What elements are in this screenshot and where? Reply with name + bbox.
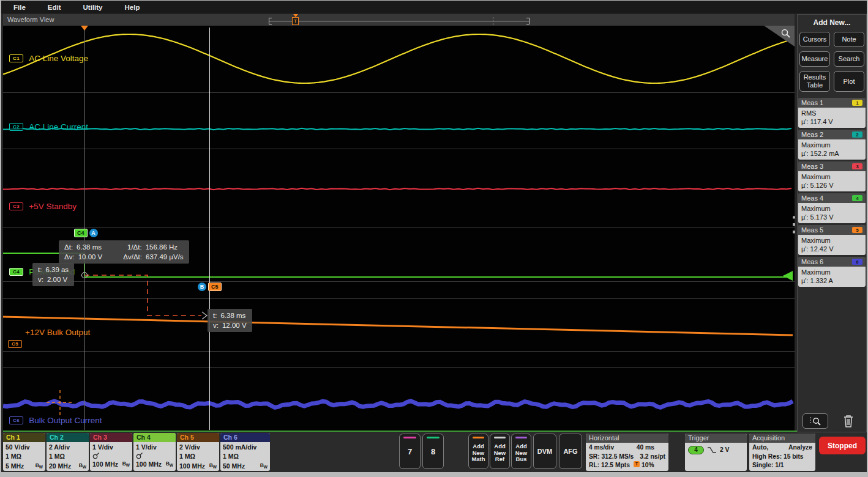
channel-label-c3[interactable]: C3 +5V Standby — [9, 202, 77, 211]
channel-8-button[interactable]: 8 — [422, 434, 444, 469]
results-panel: Add New... Cursors Note Measure Search R… — [797, 14, 867, 432]
meas-card-3[interactable]: Meas 33 Maximumµ': 5.126 V — [798, 161, 866, 191]
cursor-b-readout: t:6.38 ms v:12.00 V — [208, 309, 252, 332]
meas-source-badge: 4 — [852, 195, 862, 201]
cursor-a-badge: A — [89, 229, 98, 237]
trigger-level: 2 V — [720, 446, 729, 455]
afg-button[interactable]: AFG — [559, 434, 582, 469]
run-stop-button[interactable]: Stopped — [819, 437, 866, 454]
trigger-source-badge: 4 — [688, 446, 704, 454]
ch-bandwidth: 100 MHz — [92, 460, 118, 469]
measurement-list: Meas 11 RMSµ': 117.4 V Meas 22 Maximumµ'… — [798, 98, 866, 287]
minimap-right-bracket[interactable] — [526, 18, 529, 24]
button-label: Add New Ref — [490, 443, 509, 463]
trash-icon[interactable] — [842, 413, 855, 428]
channel-7-button[interactable]: 7 — [399, 434, 421, 469]
channel-tag-c1: C1 — [9, 54, 23, 62]
waveform-header: Waveform View T — [3, 14, 795, 26]
channel-label-c5[interactable]: +12V Bulk Output — [25, 328, 90, 337]
button-stripe — [494, 437, 506, 438]
acquisition-title: Acquisition — [749, 434, 815, 443]
channel-name-c1: AC Line Voltage — [29, 54, 88, 63]
cursor-b-badges[interactable]: B C5 — [198, 283, 222, 291]
channel-label-c6[interactable]: C6 Bulk Output Current — [9, 416, 102, 425]
trace-c3[interactable] — [3, 188, 791, 190]
trigger-badge[interactable]: Trigger 4 2 V — [685, 434, 747, 471]
meas-card-6[interactable]: Meas 66 Maximumµ': 1.332 A — [798, 257, 866, 287]
meas-card-2[interactable]: Meas 22 Maximumµ': 152.2 mA — [798, 130, 866, 160]
acquisition-badge[interactable]: Acquisition Auto,Analyze High Res: 15 bi… — [749, 434, 815, 471]
cursor-delta-readout: Δt:6.38 ms1/Δt:156.86 Hz Δv:10.00 VΔv/Δt… — [59, 240, 189, 264]
add-new-ref-button[interactable]: Add New Ref — [490, 434, 510, 469]
cursor-b-channel-badge: C5 — [208, 283, 222, 291]
channel-badge-ch4[interactable]: Ch 4 1 V/div100 MHzBW — [133, 433, 176, 471]
bandwidth-limit-icon: BW — [166, 459, 173, 470]
measure-button[interactable]: Measure — [799, 51, 830, 67]
ch-scale: 2 V/div — [179, 443, 217, 452]
menu-help[interactable]: Help — [125, 4, 140, 11]
minimap-trigger-icon[interactable]: T — [292, 17, 299, 25]
dvm-button[interactable]: DVM — [533, 434, 556, 469]
panel-drag-handle-icon[interactable] — [793, 216, 795, 234]
minimap-left-bracket[interactable] — [269, 18, 272, 24]
cursors-button[interactable]: Cursors — [799, 32, 830, 47]
trace-c2[interactable] — [3, 128, 791, 130]
ch-name: Ch 6 — [223, 434, 238, 441]
add-new-bus-button[interactable]: Add New Bus — [511, 434, 531, 469]
trigger-title: Trigger — [685, 434, 747, 443]
channel-name-c5: +12V Bulk Output — [25, 328, 90, 337]
meas-source-badge: 5 — [852, 227, 862, 233]
meas-name: Meas 2 — [801, 131, 823, 138]
horizontal-badge[interactable]: Horizontal 4 ms/div40 ms SR: 312.5 MS/s3… — [586, 434, 668, 471]
channel-badge-ch6[interactable]: Ch 6 500 mA/div1 MΩ50 MHzBW — [220, 433, 270, 471]
delta-v-label: Δv: — [64, 252, 75, 262]
horizontal-minimap[interactable]: T — [265, 15, 533, 24]
a-time-label: t: — [38, 265, 42, 275]
channel-tag-c4: C4 — [9, 268, 23, 276]
ch-name: Ch 4 — [137, 434, 151, 441]
channel-badge-ch1[interactable]: Ch 1 50 V/div1 MΩ5 MHzBW — [3, 433, 45, 471]
probe-icon — [92, 452, 100, 459]
trace-c1[interactable] — [3, 34, 791, 83]
cursor-a-badges[interactable]: C4 A — [74, 229, 98, 237]
meas-value: µ': 5.126 V — [801, 181, 862, 190]
b-time-label: t: — [213, 311, 217, 320]
h-position: 10% — [642, 461, 654, 470]
plot-button[interactable]: Plot — [834, 71, 864, 92]
meas-value: µ': 152.2 mA — [801, 149, 862, 158]
meas-card-4[interactable]: Meas 44 Maximumµ': 5.173 V — [798, 193, 866, 223]
channel-tag-row-c5[interactable]: C5 — [8, 340, 22, 348]
trace-c5[interactable] — [3, 317, 793, 335]
channel-badge-ch2[interactable]: Ch 2 2 A/div1 MΩ20 MHzBW — [47, 433, 89, 471]
delta-v-value: 10.00 V — [78, 253, 103, 261]
h-resolution: 3.2 ns/pt — [640, 453, 665, 462]
meas-type: Maximum — [801, 204, 862, 213]
slope-value: 637.49 µV/s — [146, 253, 184, 261]
search-button[interactable]: Search — [834, 51, 864, 67]
meas-card-1[interactable]: Meas 11 RMSµ': 117.4 V — [798, 98, 866, 128]
add-new-math-button[interactable]: Add New Math — [468, 434, 488, 469]
cursor-b-line[interactable] — [209, 28, 210, 430]
button-stripe — [403, 437, 416, 438]
channel-badge-ch3[interactable]: Ch 3 1 V/div100 MHzBW — [90, 433, 132, 471]
trace-c6[interactable] — [3, 401, 793, 408]
channel-label-c2[interactable]: C2 AC Line Current — [9, 122, 88, 131]
button-label: 8 — [431, 447, 435, 456]
zoom-mode-button[interactable] — [803, 413, 828, 429]
results-table-button[interactable]: Results Table — [799, 71, 830, 92]
meas-card-5[interactable]: Meas 55 Maximumµ': 12.42 V — [798, 225, 866, 255]
channel-badge-ch5[interactable]: Ch 5 2 V/div1 MΩ100 MHzBW — [177, 433, 219, 471]
menu-edit[interactable]: Edit — [48, 4, 61, 11]
waveform-display[interactable]: C1 AC Line Voltage C2 AC Line Current C3… — [3, 26, 795, 430]
cursor-b-badge: B — [198, 283, 206, 291]
meas-source-badge: 6 — [852, 259, 862, 265]
button-label: AFG — [563, 448, 577, 455]
channel-label-c1[interactable]: C1 AC Line Voltage — [9, 54, 88, 63]
trigger-position-marker-icon[interactable] — [81, 26, 88, 31]
meas-type: Maximum — [801, 172, 862, 181]
channel-tag-c6: C6 — [9, 416, 23, 424]
menu-file[interactable]: File — [13, 4, 26, 11]
menu-utility[interactable]: Utility — [83, 4, 103, 11]
acq-resolution: High Res: 15 bits — [752, 453, 804, 462]
note-button[interactable]: Note — [834, 32, 864, 47]
